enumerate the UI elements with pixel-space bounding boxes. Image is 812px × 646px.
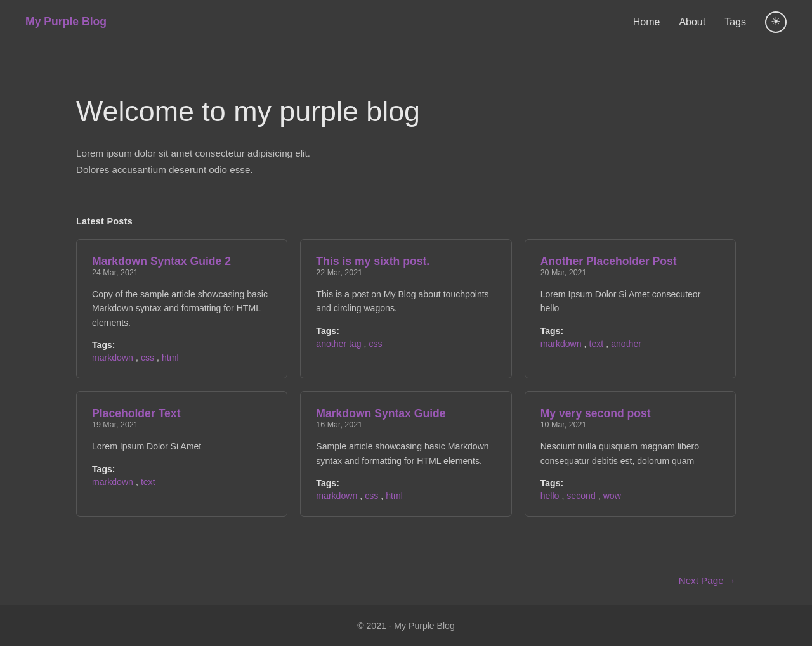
- post-tags: hello,second,wow: [540, 491, 720, 501]
- theme-toggle-button[interactable]: ☀: [765, 11, 787, 33]
- tag-separator: ,: [606, 339, 608, 349]
- latest-posts-section: Latest Posts Markdown Syntax Guide 224 M…: [0, 216, 812, 569]
- post-tags: another tag,css: [316, 339, 495, 349]
- post-card: Markdown Syntax Guide16 Mar, 2021Sample …: [300, 391, 511, 517]
- pagination: Next Page →: [0, 569, 812, 605]
- hero-desc-line1: Lorem ipsum dolor sit amet consectetur a…: [76, 148, 310, 158]
- nav-brand[interactable]: My Purple Blog: [25, 15, 107, 29]
- post-card: Placeholder Text19 Mar, 2021Lorem Ipsum …: [76, 391, 287, 517]
- post-title[interactable]: My very second post: [540, 407, 651, 420]
- tag-separator: ,: [360, 491, 362, 501]
- post-tags-label: Tags:: [540, 478, 720, 488]
- tag-separator: ,: [598, 491, 601, 501]
- post-excerpt: Lorem Ipsum Dolor Si Amet consecuteor he…: [540, 287, 720, 316]
- post-tags-label: Tags:: [540, 326, 720, 336]
- nav-link-home[interactable]: Home: [633, 16, 660, 28]
- post-date: 22 Mar, 2021: [316, 268, 495, 277]
- post-date: 20 Mar, 2021: [540, 268, 720, 277]
- post-card: Markdown Syntax Guide 224 Mar, 2021Copy …: [76, 239, 287, 379]
- tag-link[interactable]: markdown: [92, 352, 133, 363]
- tag-link[interactable]: html: [162, 352, 179, 363]
- nav-link-tags[interactable]: Tags: [724, 16, 746, 28]
- post-tags-label: Tags:: [316, 478, 495, 488]
- hero-title: Welcome to my purple blog: [76, 95, 736, 127]
- post-date: 24 Mar, 2021: [92, 268, 272, 277]
- tag-link[interactable]: text: [589, 339, 604, 349]
- section-title: Latest Posts: [76, 216, 736, 226]
- hero-desc-line2: Dolores accusantium deserunt odio esse.: [76, 164, 253, 175]
- post-tags-label: Tags:: [316, 326, 495, 336]
- tag-link[interactable]: markdown: [92, 477, 133, 487]
- tag-link[interactable]: second: [566, 491, 595, 501]
- post-title[interactable]: This is my sixth post.: [316, 255, 429, 268]
- tag-separator: ,: [136, 477, 138, 487]
- tag-separator: ,: [584, 339, 587, 349]
- footer: © 2021 - My Purple Blog: [0, 605, 812, 646]
- tag-link[interactable]: another: [611, 339, 641, 349]
- tag-separator: ,: [364, 339, 367, 349]
- tag-separator: ,: [157, 352, 159, 363]
- tag-link[interactable]: css: [365, 491, 378, 501]
- tag-separator: ,: [136, 352, 138, 363]
- post-title[interactable]: Placeholder Text: [92, 407, 181, 420]
- nav-link-about[interactable]: About: [679, 16, 705, 28]
- post-tags: markdown,css,html: [316, 491, 495, 501]
- tag-separator: ,: [561, 491, 564, 501]
- post-excerpt: Nesciunt nulla quisquam magnam libero co…: [540, 439, 720, 468]
- post-tags: markdown,css,html: [92, 352, 272, 363]
- post-date: 19 Mar, 2021: [92, 420, 272, 429]
- post-excerpt: Lorem Ipsum Dolor Si Amet: [92, 439, 272, 454]
- hero-description: Lorem ipsum dolor sit amet consectetur a…: [76, 145, 736, 178]
- post-excerpt: This is a post on My Blog about touchpoi…: [316, 287, 495, 316]
- post-excerpt: Sample article showcasing basic Markdown…: [316, 439, 495, 468]
- post-card: My very second post10 Mar, 2021Nesciunt …: [525, 391, 736, 517]
- post-excerpt: Copy of the sample article showcasing ba…: [92, 287, 272, 330]
- navbar: My Purple Blog Home About Tags ☀: [0, 0, 812, 44]
- post-title[interactable]: Markdown Syntax Guide: [316, 407, 445, 420]
- post-date: 16 Mar, 2021: [316, 420, 495, 429]
- post-date: 10 Mar, 2021: [540, 420, 720, 429]
- tag-link[interactable]: text: [141, 477, 155, 487]
- post-tags: markdown,text,another: [540, 339, 720, 349]
- tag-link[interactable]: markdown: [540, 339, 582, 349]
- tag-link[interactable]: markdown: [316, 491, 357, 501]
- tag-link[interactable]: wow: [603, 491, 621, 501]
- post-tags-label: Tags:: [92, 464, 272, 474]
- tag-link[interactable]: css: [369, 339, 382, 349]
- post-card: Another Placeholder Post20 Mar, 2021Lore…: [525, 239, 736, 379]
- tag-separator: ,: [381, 491, 383, 501]
- post-title[interactable]: Markdown Syntax Guide 2: [92, 255, 231, 268]
- posts-grid: Markdown Syntax Guide 224 Mar, 2021Copy …: [76, 239, 736, 517]
- tag-link[interactable]: hello: [540, 491, 560, 501]
- tag-link[interactable]: html: [386, 491, 403, 501]
- tag-link[interactable]: css: [141, 352, 154, 363]
- post-tags: markdown,text: [92, 477, 272, 487]
- post-card: This is my sixth post.22 Mar, 2021This i…: [300, 239, 511, 379]
- tag-link[interactable]: another tag: [316, 339, 361, 349]
- post-title[interactable]: Another Placeholder Post: [540, 255, 677, 268]
- footer-text: © 2021 - My Purple Blog: [357, 621, 455, 631]
- post-tags-label: Tags:: [92, 340, 272, 350]
- hero-section: Welcome to my purple blog Lorem ipsum do…: [0, 44, 812, 216]
- next-page-link[interactable]: Next Page →: [679, 575, 736, 586]
- nav-links: Home About Tags ☀: [633, 11, 787, 33]
